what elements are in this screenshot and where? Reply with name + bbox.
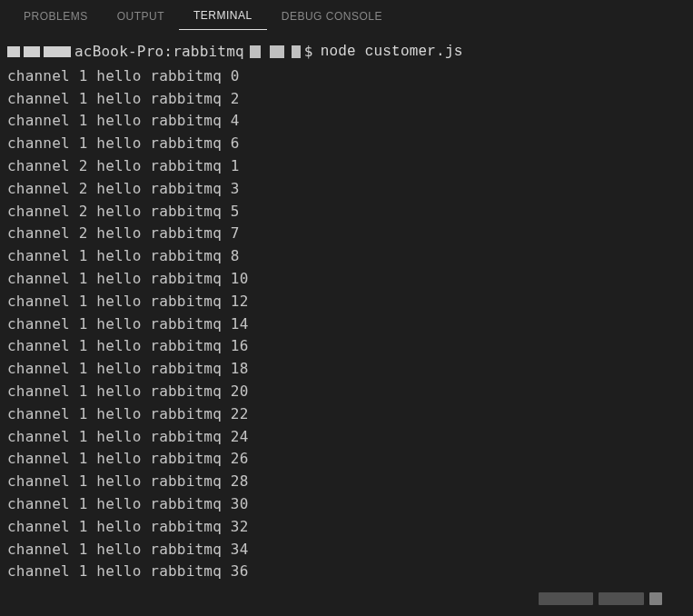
- terminal-output-line: channel 1 hello rabbitmq 2: [7, 88, 686, 111]
- redacted-block-icon: [292, 45, 301, 58]
- terminal-output-line: channel 2 hello rabbitmq 1: [7, 155, 686, 178]
- terminal-output-line: channel 1 hello rabbitmq 10: [7, 268, 686, 291]
- redacted-block-icon: [44, 46, 71, 57]
- terminal-output-line: channel 1 hello rabbitmq 30: [7, 493, 686, 516]
- terminal-command: node customer.js: [321, 41, 463, 64]
- terminal-output-line: channel 2 hello rabbitmq 3: [7, 178, 686, 201]
- redacted-block-icon: [24, 46, 40, 57]
- terminal-output-line: channel 1 hello rabbitmq 14: [7, 313, 686, 336]
- terminal-output-line: channel 2 hello rabbitmq 7: [7, 223, 686, 245]
- terminal-output-line: channel 1 hello rabbitmq 22: [7, 403, 686, 426]
- redacted-block-icon: [539, 592, 593, 605]
- terminal-output-line: channel 2 hello rabbitmq 5: [7, 201, 686, 224]
- terminal-output-line: channel 1 hello rabbitmq 20: [7, 381, 686, 403]
- terminal-host: acBook-Pro:rabbitmq: [74, 41, 244, 64]
- terminal-output-line: channel 1 hello rabbitmq 6: [7, 133, 686, 155]
- terminal-output-line: channel 1 hello rabbitmq 0: [7, 65, 686, 88]
- tab-debug-console[interactable]: DEBUG CONSOLE: [267, 3, 397, 30]
- redacted-block-icon: [649, 592, 662, 605]
- terminal-output-line: channel 1 hello rabbitmq 36: [7, 561, 686, 583]
- terminal-output-line: channel 1 hello rabbitmq 8: [7, 245, 686, 268]
- tab-output[interactable]: OUTPUT: [103, 3, 179, 30]
- redacted-block-icon: [270, 45, 284, 58]
- prompt-symbol: $: [304, 41, 313, 64]
- terminal-content[interactable]: acBook-Pro:rabbitmq $ node customer.js c…: [0, 32, 693, 583]
- terminal-output-line: channel 1 hello rabbitmq 18: [7, 358, 686, 381]
- bottom-redacted-area: [539, 592, 675, 607]
- redacted-block-icon: [599, 592, 644, 605]
- panel-tabs: PROBLEMS OUTPUT TERMINAL DEBUG CONSOLE: [0, 0, 693, 32]
- redacted-block-icon: [250, 45, 261, 58]
- redacted-block-icon: [7, 46, 20, 57]
- terminal-output-line: channel 1 hello rabbitmq 24: [7, 426, 686, 449]
- terminal-output-line: channel 1 hello rabbitmq 26: [7, 448, 686, 471]
- terminal-output: channel 1 hello rabbitmq 0channel 1 hell…: [7, 65, 686, 583]
- terminal-output-line: channel 1 hello rabbitmq 34: [7, 539, 686, 561]
- terminal-output-line: channel 1 hello rabbitmq 32: [7, 516, 686, 539]
- tab-terminal[interactable]: TERMINAL: [179, 2, 267, 30]
- terminal-output-line: channel 1 hello rabbitmq 28: [7, 471, 686, 493]
- tab-problems[interactable]: PROBLEMS: [9, 3, 103, 30]
- terminal-output-line: channel 1 hello rabbitmq 12: [7, 291, 686, 313]
- terminal-prompt-line: acBook-Pro:rabbitmq $ node customer.js: [7, 41, 686, 64]
- terminal-output-line: channel 1 hello rabbitmq 4: [7, 110, 686, 133]
- terminal-output-line: channel 1 hello rabbitmq 16: [7, 335, 686, 358]
